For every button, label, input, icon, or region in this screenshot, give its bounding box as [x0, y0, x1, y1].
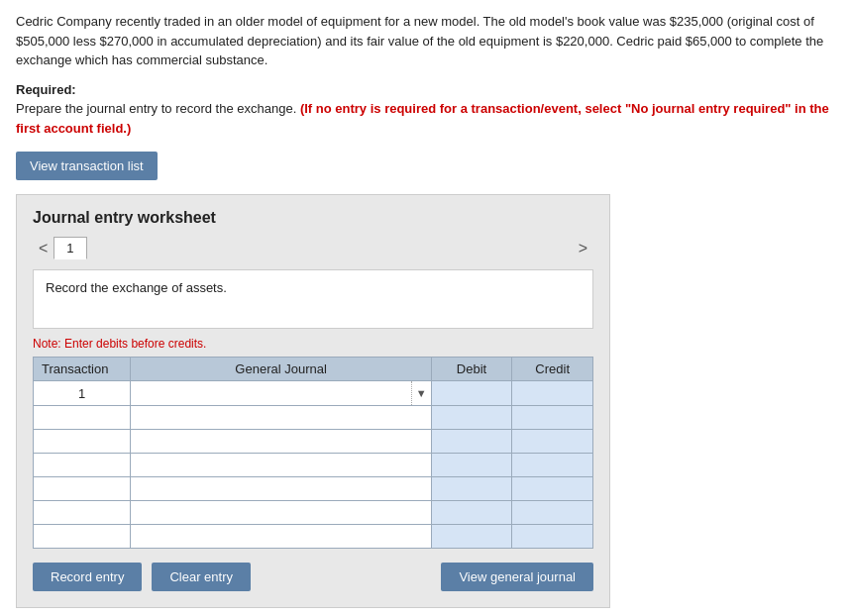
general-journal-cell-4[interactable] — [131, 454, 431, 477]
dropdown-arrow-1[interactable]: ▼ — [411, 381, 431, 405]
general-journal-input-1[interactable] — [131, 381, 410, 405]
view-general-journal-button[interactable]: View general journal — [441, 563, 593, 591]
general-journal-cell-6[interactable] — [131, 501, 431, 525]
credit-input-2[interactable] — [512, 406, 592, 429]
transaction-num-cell-2 — [34, 406, 131, 430]
view-transaction-button[interactable]: View transaction list — [16, 152, 158, 180]
description-box: Record the exchange of assets. — [33, 269, 593, 329]
credit-cell-2[interactable] — [512, 406, 593, 430]
table-row — [34, 477, 593, 501]
credit-input-1[interactable] — [512, 381, 592, 405]
general-journal-input-6[interactable] — [131, 501, 430, 524]
debit-input-2[interactable] — [432, 406, 512, 429]
general-journal-input-2[interactable] — [131, 406, 430, 429]
debit-input-6[interactable] — [432, 501, 512, 524]
tab-left-arrow[interactable]: < — [33, 238, 53, 259]
general-journal-cell-3[interactable] — [131, 430, 431, 454]
transaction-num-cell-3 — [34, 430, 131, 454]
debit-input-1[interactable] — [432, 381, 512, 405]
col-header-debit: Debit — [431, 358, 512, 381]
table-row — [34, 454, 593, 477]
credit-input-5[interactable] — [512, 477, 592, 500]
table-row — [34, 501, 593, 525]
debit-input-5[interactable] — [432, 477, 512, 500]
debit-cell-3[interactable] — [431, 430, 512, 454]
debit-input-3[interactable] — [432, 430, 512, 453]
required-section: Required: Prepare the journal entry to r… — [16, 80, 836, 139]
transaction-num-cell-4 — [34, 454, 131, 477]
debit-cell-7[interactable] — [431, 525, 512, 549]
tab-1[interactable]: 1 — [53, 237, 86, 259]
credit-input-3[interactable] — [512, 430, 592, 453]
intro-paragraph: Cedric Company recently traded in an old… — [16, 12, 836, 70]
credit-input-7[interactable] — [512, 525, 592, 548]
transaction-num-cell: 1 — [34, 381, 131, 406]
credit-input-4[interactable] — [512, 454, 592, 476]
required-label: Required: — [16, 82, 76, 97]
worksheet-container: Journal entry worksheet < 1 > Record the… — [16, 194, 610, 608]
required-text-before: Prepare the journal entry to record the … — [16, 101, 300, 116]
credit-cell-6[interactable] — [512, 501, 593, 525]
transaction-num-cell-7 — [34, 525, 131, 549]
credit-cell-1[interactable] — [512, 381, 593, 406]
worksheet-title: Journal entry worksheet — [33, 209, 593, 227]
general-journal-cell-7[interactable] — [131, 525, 431, 549]
tab-right-arrow[interactable]: > — [573, 238, 593, 259]
general-journal-input-7[interactable] — [131, 525, 430, 548]
table-row — [34, 525, 593, 549]
col-header-general-journal: General Journal — [131, 358, 431, 381]
transaction-num-cell-5 — [34, 477, 131, 501]
credit-cell-4[interactable] — [512, 454, 593, 477]
journal-table: Transaction General Journal Debit Credit… — [33, 357, 593, 549]
clear-entry-button[interactable]: Clear entry — [152, 563, 251, 591]
debit-cell-5[interactable] — [431, 477, 512, 501]
credit-cell-7[interactable] — [512, 525, 593, 549]
credit-input-6[interactable] — [512, 501, 592, 524]
debit-cell-6[interactable] — [431, 501, 512, 525]
debit-cell-1[interactable] — [431, 381, 512, 406]
credit-cell-5[interactable] — [512, 477, 593, 501]
general-journal-cell-5[interactable] — [131, 477, 431, 501]
transaction-num-cell-6 — [34, 501, 131, 525]
general-journal-cell-1[interactable]: ▼ — [131, 381, 431, 406]
description-text: Record the exchange of assets. — [46, 280, 227, 295]
general-journal-input-4[interactable] — [131, 454, 430, 476]
note-text: Note: Enter debits before credits. — [33, 337, 593, 351]
button-row: Record entry Clear entry View general jo… — [33, 563, 593, 591]
table-row — [34, 406, 593, 430]
general-journal-input-3[interactable] — [131, 430, 430, 453]
debit-input-4[interactable] — [432, 454, 512, 476]
debit-cell-4[interactable] — [431, 454, 512, 477]
col-header-credit: Credit — [512, 358, 593, 381]
col-header-transaction: Transaction — [34, 358, 131, 381]
debit-input-7[interactable] — [432, 525, 512, 548]
table-row — [34, 430, 593, 454]
tab-navigation: < 1 > — [33, 237, 593, 259]
credit-cell-3[interactable] — [512, 430, 593, 454]
general-journal-input-5[interactable] — [131, 477, 430, 500]
table-row: 1 ▼ — [34, 381, 593, 406]
debit-cell-2[interactable] — [431, 406, 512, 430]
record-entry-button[interactable]: Record entry — [33, 563, 142, 591]
general-journal-cell-2[interactable] — [131, 406, 431, 430]
